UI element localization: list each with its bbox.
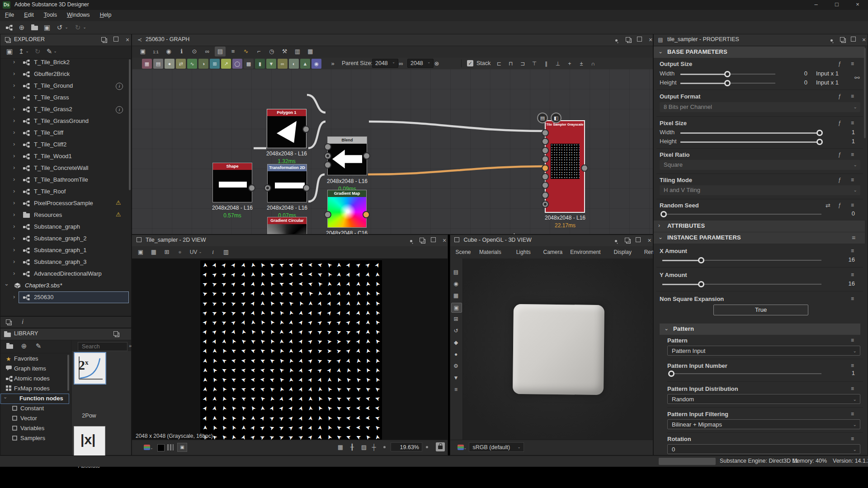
bitmap-node[interactable]: ▦ xyxy=(142,59,152,69)
properties-scrollbar[interactable] xyxy=(864,48,866,138)
down-icon[interactable]: ▼ xyxy=(451,373,461,382)
pin-panel-icon[interactable] xyxy=(612,36,620,43)
tree-item-t-tile-cliff[interactable]: ›T_Tile_Cliff xyxy=(0,127,131,139)
info-view-icon[interactable]: i xyxy=(19,318,27,325)
tree-item-t-tile-roof[interactable]: ›T_Tile_Roof xyxy=(0,186,131,197)
float-panel-icon[interactable] xyxy=(623,237,631,244)
background-swatch[interactable] xyxy=(157,444,165,451)
redo-icon-dropdown[interactable]: ⌄ xyxy=(82,23,87,33)
transformation-node[interactable]: ⊞ xyxy=(210,59,220,69)
chevron-collapsed-icon[interactable]: › xyxy=(13,94,15,100)
library-category-graph-items[interactable]: Graph items xyxy=(0,364,70,374)
zoom-out-dot[interactable] xyxy=(383,446,386,448)
pixel-height-value[interactable]: 1 xyxy=(848,138,855,145)
preset-icon[interactable]: ≡ xyxy=(851,202,854,208)
preset-icon[interactable]: ≡ xyxy=(851,61,854,67)
output-size-dropdown[interactable]: 2048⌄ xyxy=(407,59,434,68)
view3d-menu-display[interactable]: Display xyxy=(614,249,632,255)
float-panel-icon[interactable] xyxy=(99,36,108,43)
preset-icon[interactable]: ≡ xyxy=(851,177,854,183)
geometry-icon[interactable]: ◆ xyxy=(451,338,461,347)
link-size-icon[interactable]: ∞ xyxy=(396,59,406,69)
uv-dropdown[interactable]: UV ⌄ xyxy=(188,248,203,257)
tree-item-t-tile-brick2[interactable]: ›T_Tile_Brick2 xyxy=(0,56,131,68)
input-port[interactable] xyxy=(324,143,331,150)
distance-node[interactable]: ▮ xyxy=(255,59,265,69)
align-center-h-icon[interactable]: ∥ xyxy=(541,59,552,69)
output-width-factor[interactable]: Input x 1 xyxy=(816,70,839,77)
chevron-collapsed-icon[interactable]: › xyxy=(13,164,15,171)
close-panel-icon[interactable]: × xyxy=(440,237,448,244)
menu-help[interactable]: Help xyxy=(95,10,117,18)
node-shape[interactable]: Shape xyxy=(212,163,252,202)
input-port[interactable] xyxy=(324,161,331,169)
chevron-collapsed-icon[interactable]: › xyxy=(13,211,15,218)
library-category-favorites[interactable]: ★Favorites xyxy=(0,354,70,364)
shuffle-icon[interactable]: ⇄ xyxy=(826,202,830,209)
search-input[interactable] xyxy=(78,342,127,351)
node-doc-badge[interactable]: ▤ xyxy=(537,113,548,123)
timings-icon[interactable]: ◷ xyxy=(266,47,277,56)
align-bottom-icon[interactable]: ⊥ xyxy=(552,59,563,69)
chevron-collapsed-icon[interactable]: › xyxy=(13,188,15,194)
grid-icon[interactable]: ▦ xyxy=(305,47,316,56)
chevron-collapsed-icon[interactable]: › xyxy=(13,152,15,159)
channels-icon[interactable]: ⌄ xyxy=(144,445,153,451)
preset-icon[interactable]: ≡ xyxy=(851,272,854,278)
channels-icon[interactable]: ⌄ xyxy=(458,445,467,451)
preset-icon[interactable]: ≡ xyxy=(852,234,855,241)
snapshot-icon[interactable]: ◉ xyxy=(163,47,174,56)
output-port[interactable] xyxy=(248,184,255,192)
section-base-parameters[interactable]: ⌄BASE PARAMETERS xyxy=(654,47,865,58)
output-height-factor[interactable]: Input x 1 xyxy=(816,79,839,86)
node-info-icon[interactable]: ℹ xyxy=(176,47,187,56)
tree-item-resources[interactable]: ›Resources⚠ xyxy=(0,209,131,221)
view3d-canvas[interactable]: ▤◉▦▣⊞↺◆●⚙▼≡ xyxy=(450,258,653,440)
tiling-icon[interactable] xyxy=(167,444,174,450)
tools-icon[interactable]: ⚒ xyxy=(279,47,290,56)
output-port[interactable] xyxy=(303,184,310,192)
output-width-slider[interactable] xyxy=(680,74,775,75)
new-package-icon[interactable]: ⊕ xyxy=(16,23,27,33)
menu-tools[interactable]: Tools xyxy=(39,10,62,18)
material-icon[interactable]: ▦ xyxy=(451,291,461,300)
export-icon-dropdown[interactable]: ⌄ xyxy=(25,47,29,56)
focus-icon[interactable]: ⊙ xyxy=(189,47,200,56)
tree-item-advanceddirectionalwarp[interactable]: ›AdvancedDirectionalWarp xyxy=(0,268,131,280)
chevron-collapsed-icon[interactable]: › xyxy=(13,270,15,277)
list-icon[interactable]: ≡ xyxy=(451,385,461,394)
grid-icon[interactable]: ⊞ xyxy=(451,314,461,324)
tree-item-t-tile-bathroomtile[interactable]: ›T_Tile_BathroomTile xyxy=(0,174,131,186)
node-gradient-map[interactable]: Gradient Map xyxy=(327,190,367,228)
tree-item-250630[interactable]: ›250630 xyxy=(0,291,131,303)
reset-size-icon[interactable]: ⊗ xyxy=(431,59,442,69)
maximize-panel-icon[interactable] xyxy=(849,36,857,43)
graph-canvas[interactable]: Polygon 1 2048x2048 - L16 1.32ms Blend 2… xyxy=(132,69,653,234)
grid-icon[interactable]: ▦ xyxy=(335,443,345,452)
fit-actual-icon[interactable]: 1:1 xyxy=(151,47,161,56)
display-filter-icon[interactable]: ▣ xyxy=(177,443,187,452)
menu-edit[interactable]: Edit xyxy=(19,10,39,18)
save-icon[interactable]: ▣ xyxy=(42,23,52,33)
close-panel-icon[interactable]: × xyxy=(646,237,654,244)
x-amount-slider[interactable] xyxy=(662,260,821,261)
preset-icon[interactable]: ≡ xyxy=(851,362,854,369)
preset-icon[interactable]: ≡ xyxy=(851,436,854,442)
chevron-collapsed-icon[interactable]: › xyxy=(13,82,15,89)
input-port[interactable] xyxy=(264,184,271,192)
normal-node[interactable]: ◐ xyxy=(289,59,299,69)
pixel-width-slider[interactable] xyxy=(680,132,822,133)
link-creation-icon[interactable]: ∞ xyxy=(202,47,213,56)
non-square-expansion-button[interactable]: True xyxy=(713,305,808,315)
input-port[interactable] xyxy=(542,192,549,199)
random-seed-value[interactable]: 0 xyxy=(848,210,855,217)
tree-item-gbuffer2brick[interactable]: ›Gbuffer2Brick xyxy=(0,68,131,80)
function-icon[interactable]: ƒ xyxy=(838,61,841,67)
input-port[interactable] xyxy=(542,147,549,154)
preset-icon[interactable]: ≡ xyxy=(851,411,854,417)
save-icon[interactable]: ▣ xyxy=(4,47,15,56)
preset-icon[interactable]: ≡ xyxy=(851,296,854,302)
input-port[interactable] xyxy=(542,138,549,145)
directional-warp-node[interactable]: ↗ xyxy=(221,59,231,69)
parent-size-dropdown[interactable]: 2048⌄ xyxy=(372,59,398,68)
